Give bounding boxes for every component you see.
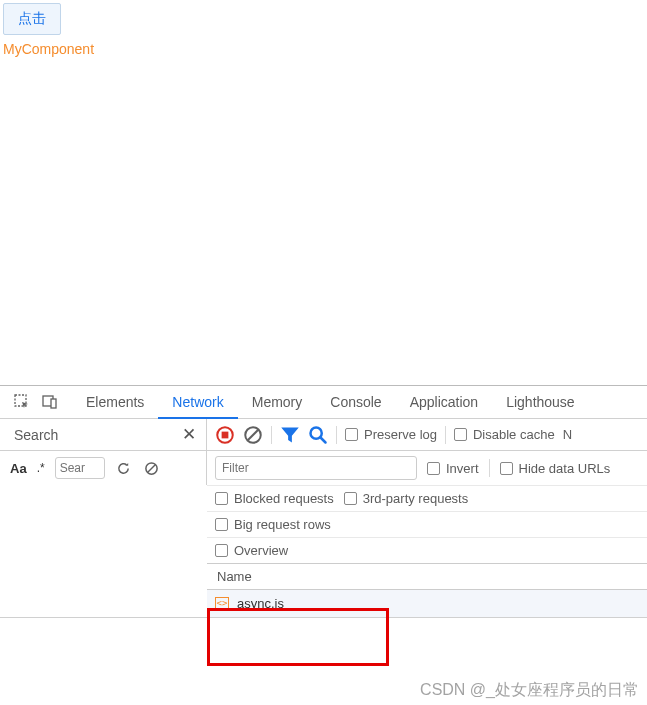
- truncated-label: N: [563, 427, 572, 442]
- toolbar-divider: [271, 426, 272, 444]
- clear-search-icon[interactable]: [143, 459, 161, 477]
- component-label: MyComponent: [3, 41, 647, 57]
- filter-input[interactable]: [215, 456, 417, 480]
- blocked-requests-checkbox[interactable]: Blocked requests: [215, 491, 334, 506]
- close-icon[interactable]: ✕: [182, 426, 196, 443]
- search-panel-header: Search ✕: [0, 419, 207, 450]
- search-icon[interactable]: [308, 425, 328, 445]
- svg-rect-4: [222, 431, 229, 438]
- record-icon[interactable]: [215, 425, 235, 445]
- inspect-element-icon[interactable]: [12, 392, 32, 412]
- disable-cache-checkbox[interactable]: Disable cache: [454, 427, 555, 442]
- svg-line-6: [248, 429, 259, 440]
- js-file-icon: <>: [215, 597, 229, 611]
- hide-data-urls-checkbox[interactable]: Hide data URLs: [500, 461, 611, 476]
- tab-lighthouse[interactable]: Lighthouse: [492, 386, 589, 419]
- search-controls: Aa .*: [0, 451, 207, 485]
- filter-icon[interactable]: [280, 425, 300, 445]
- svg-line-10: [148, 464, 156, 472]
- search-panel-title: Search: [14, 427, 58, 443]
- device-toggle-icon[interactable]: [40, 392, 60, 412]
- third-party-checkbox[interactable]: 3rd-party requests: [344, 491, 469, 506]
- match-case-toggle[interactable]: Aa: [10, 461, 27, 476]
- tab-memory[interactable]: Memory: [238, 386, 317, 419]
- search-input[interactable]: [55, 457, 105, 479]
- refresh-icon[interactable]: [115, 459, 133, 477]
- table-header-name[interactable]: Name: [207, 563, 647, 590]
- svg-rect-2: [51, 399, 56, 408]
- devtools-tabbar: Elements Network Memory Console Applicat…: [0, 386, 647, 419]
- tab-elements[interactable]: Elements: [72, 386, 158, 419]
- preserve-log-checkbox[interactable]: Preserve log: [345, 427, 437, 442]
- toolbar-divider: [336, 426, 337, 444]
- tab-console[interactable]: Console: [316, 386, 395, 419]
- clear-icon[interactable]: [243, 425, 263, 445]
- devtools-panel: Elements Network Memory Console Applicat…: [0, 385, 647, 675]
- network-toolbar: Preserve log Disable cache N: [207, 419, 647, 450]
- page-click-button[interactable]: 点击: [3, 3, 61, 35]
- file-name: async.js: [237, 596, 284, 611]
- toolbar-divider: [489, 459, 490, 477]
- watermark: CSDN @_处女座程序员的日常: [420, 680, 639, 701]
- overview-checkbox[interactable]: Overview: [215, 543, 288, 558]
- invert-checkbox[interactable]: Invert: [427, 461, 479, 476]
- table-row[interactable]: <> async.js: [207, 590, 647, 617]
- regex-toggle[interactable]: .*: [37, 461, 45, 475]
- svg-line-8: [321, 437, 326, 442]
- toolbar-divider: [445, 426, 446, 444]
- tab-application[interactable]: Application: [396, 386, 493, 419]
- tab-network[interactable]: Network: [158, 386, 237, 419]
- big-request-rows-checkbox[interactable]: Big request rows: [215, 517, 331, 532]
